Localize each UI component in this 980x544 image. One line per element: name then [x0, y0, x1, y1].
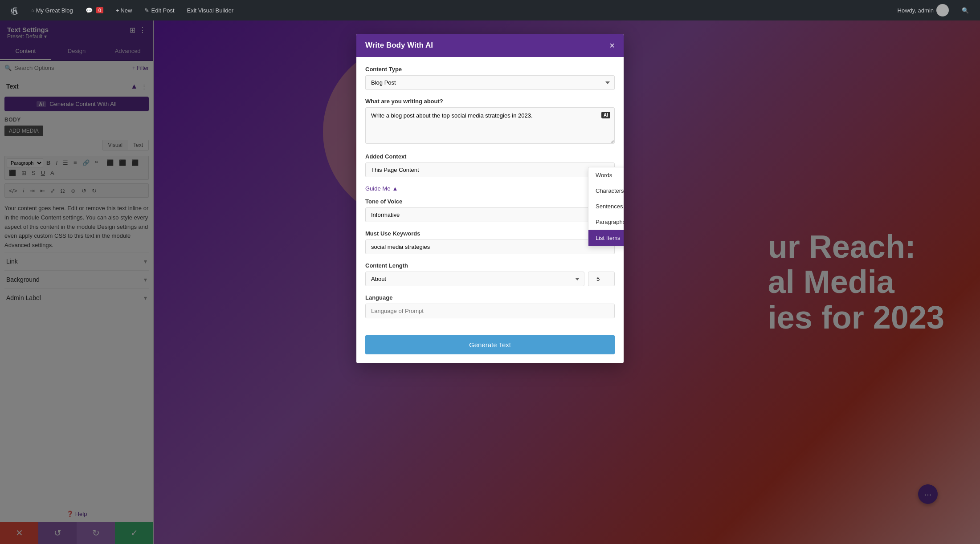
guide-me-link[interactable]: Guide Me ▲ [365, 185, 615, 192]
content-type-group: Content Type Blog Post [365, 66, 615, 90]
tone-of-voice-select[interactable]: Informative [365, 207, 615, 222]
edit-post-item[interactable]: ✎ Edit Post [138, 0, 180, 20]
blog-name-item[interactable]: ⌂ My Great Blog [25, 0, 79, 20]
content-length-select[interactable]: About [365, 272, 584, 286]
content-length-row: About Words Characters Sentences [365, 272, 615, 286]
keywords-input[interactable] [365, 240, 615, 254]
added-context-select[interactable]: This Page Content [365, 162, 615, 177]
writing-about-group: What are you writing about? AI [365, 98, 615, 145]
keywords-group: Must Use Keywords [365, 230, 615, 254]
dropdown-item-characters[interactable]: Characters [588, 183, 624, 199]
textarea-wrapper: AI [365, 107, 615, 145]
writing-about-textarea[interactable] [365, 107, 615, 144]
dropdown-item-sentences[interactable]: Sentences [588, 199, 624, 214]
content-length-label: Content Length [365, 262, 615, 269]
search-icon[interactable]: 🔍 [955, 0, 976, 20]
writing-about-label: What are you writing about? [365, 98, 615, 105]
dropdown-item-words[interactable]: Words [588, 167, 624, 183]
modal-header: Write Body With AI × [356, 34, 624, 57]
tone-of-voice-label: Tone of Voice [365, 198, 615, 205]
content-type-select[interactable]: Blog Post [365, 75, 615, 90]
added-context-group: Added Context This Page Content [365, 153, 615, 177]
tone-of-voice-group: Tone of Voice Informative [365, 198, 615, 222]
guide-me-arrow-icon: ▲ [392, 185, 398, 192]
howdy-label: Howdy, admin [891, 4, 955, 16]
content-type-label: Content Type [365, 66, 615, 73]
ai-modal: Write Body With AI × Content Type Blog P… [356, 34, 624, 363]
comments-item[interactable]: 💬 0 [79, 0, 110, 20]
modal-close-button[interactable]: × [609, 41, 615, 50]
content-length-number[interactable] [588, 272, 615, 286]
language-input[interactable] [365, 304, 615, 318]
dropdown-item-paragraphs[interactable]: Paragraphs [588, 214, 624, 230]
dropdown-item-list-items[interactable]: List Items ✓ [588, 230, 624, 246]
content-length-group: Content Length About Words Characters [365, 262, 615, 286]
length-type-dropdown: Words Characters Sentences Paragraphs Li [588, 167, 624, 246]
modal-title: Write Body With AI [365, 41, 433, 50]
admin-bar: ⌂ My Great Blog 💬 0 + New ✎ Edit Post Ex… [0, 0, 980, 20]
ai-icon-textarea: AI [601, 112, 610, 118]
modal-body: Content Type Blog Post What are you writ… [356, 57, 624, 335]
admin-bar-right: Howdy, admin 🔍 [891, 0, 976, 20]
language-group: Language [365, 294, 615, 318]
comment-badge: 0 [96, 7, 103, 13]
modal-overlay[interactable]: Write Body With AI × Content Type Blog P… [0, 20, 980, 544]
language-label: Language [365, 294, 615, 301]
generate-text-button[interactable]: Generate Text [365, 335, 615, 354]
exit-builder-item[interactable]: Exit Visual Builder [181, 0, 240, 20]
wp-logo[interactable] [4, 0, 25, 20]
added-context-label: Added Context [365, 153, 615, 160]
new-item[interactable]: + New [110, 0, 139, 20]
keywords-label: Must Use Keywords [365, 230, 615, 237]
